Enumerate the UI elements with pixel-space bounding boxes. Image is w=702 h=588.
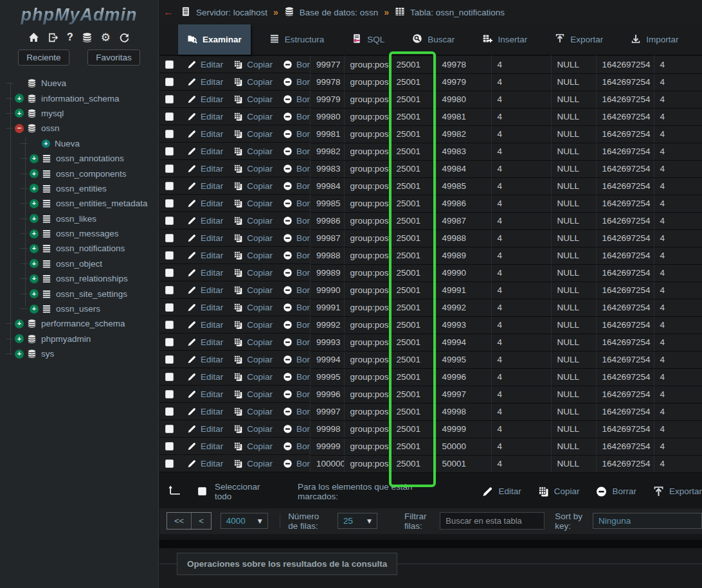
copiar-row-link[interactable]: Copiar (233, 147, 273, 156)
borrar-row-link[interactable]: Borrar (283, 216, 310, 226)
borrar-row-link[interactable]: Borrar (283, 60, 310, 69)
row-checkbox[interactable] (165, 95, 174, 103)
copiar-row-link[interactable]: Copiar (233, 129, 273, 139)
expand-icon[interactable]: + (15, 350, 24, 359)
help-icon[interactable]: ? (67, 31, 73, 43)
expand-icon[interactable]: + (30, 289, 39, 298)
sidebar-item-nueva[interactable]: +Nueva (0, 136, 158, 151)
row-checkbox[interactable] (165, 147, 174, 156)
filter-rows-input[interactable] (440, 512, 544, 530)
copiar-row-link[interactable]: Copiar (233, 285, 273, 295)
row-checkbox[interactable] (165, 338, 174, 346)
borrar-row-link[interactable]: Borrar (283, 389, 310, 399)
tab-privilegios[interactable]: Privilegios (697, 24, 702, 55)
tab-importar[interactable]: Importar (622, 24, 687, 55)
copiar-row-link[interactable]: Copiar (233, 424, 273, 434)
prev-page-button[interactable]: < (191, 513, 211, 529)
editar-row-link[interactable]: Editar (187, 251, 223, 260)
row-checkbox[interactable] (165, 217, 174, 225)
copiar-row-link[interactable]: Copiar (233, 199, 273, 208)
sidebar-item-ossn_notifications[interactable]: +ossn_notifications (0, 241, 158, 256)
editar-row-link[interactable]: Editar (187, 459, 223, 468)
editar-row-link[interactable]: Editar (187, 60, 223, 69)
borrar-row-link[interactable]: Borrar (283, 147, 310, 156)
tab-exportar[interactable]: Exportar (546, 24, 612, 55)
borrar-row-link[interactable]: Borrar (283, 372, 310, 382)
sidebar-item-ossn_site_settings[interactable]: +ossn_site_settings (0, 286, 158, 301)
row-checkbox[interactable] (165, 303, 174, 312)
row-checkbox[interactable] (165, 112, 174, 121)
editar-row-link[interactable]: Editar (187, 129, 223, 139)
sidebar-item-ossn_likes[interactable]: +ossn_likes (0, 211, 158, 226)
expand-icon[interactable]: + (30, 169, 39, 178)
tab-estructura[interactable]: Estructura (260, 24, 334, 55)
editar-row-link[interactable]: Editar (187, 147, 223, 156)
databases-icon[interactable] (82, 32, 93, 43)
expand-icon[interactable]: + (30, 229, 39, 238)
editar-row-link[interactable]: Editar (187, 112, 223, 121)
sidebar-item-information_schema[interactable]: +information_schema (0, 91, 158, 105)
sort-by-key-select[interactable]: Ninguna (593, 513, 702, 529)
copiar-row-link[interactable]: Copiar (233, 112, 273, 121)
check-all-icon[interactable] (168, 485, 181, 498)
editar-row-link[interactable]: Editar (481, 486, 521, 497)
sidebar-item-mysql[interactable]: +mysql (0, 106, 158, 121)
copiar-row-link[interactable]: Copiar (537, 486, 580, 497)
borrar-row-link[interactable]: Borrar (283, 355, 310, 364)
settings-icon[interactable]: ⚙ (101, 32, 111, 43)
breadcrumb-item[interactable]: Base de datos: ossn (284, 6, 378, 19)
copiar-row-link[interactable]: Copiar (233, 77, 273, 87)
expand-icon[interactable]: + (30, 259, 39, 268)
expand-icon[interactable]: + (15, 334, 24, 343)
breadcrumb-item[interactable]: Servidor: localhost (181, 6, 267, 19)
sidebar-item-ossn_object[interactable]: +ossn_object (0, 256, 158, 271)
copiar-row-link[interactable]: Copiar (233, 441, 273, 451)
editar-row-link[interactable]: Editar (187, 181, 223, 191)
breadcrumb-item[interactable]: Tabla: ossn_notifications (395, 6, 505, 19)
editar-row-link[interactable]: Editar (187, 355, 223, 364)
sidebar-item-ossn_relationships[interactable]: +ossn_relationships (0, 271, 158, 286)
editar-row-link[interactable]: Editar (187, 199, 223, 208)
borrar-row-link[interactable]: Borrar (283, 94, 310, 104)
expand-icon[interactable]: + (30, 305, 39, 314)
editar-row-link[interactable]: Editar (187, 407, 223, 416)
row-checkbox[interactable] (165, 459, 174, 468)
copiar-row-link[interactable]: Copiar (233, 459, 273, 468)
expand-icon[interactable]: + (15, 319, 24, 328)
expand-icon[interactable]: + (30, 244, 39, 253)
sidebar-item-phpmyadmin[interactable]: +phpmyadmin (0, 332, 158, 346)
borrar-row-link[interactable]: Borrar (283, 407, 310, 416)
row-checkbox[interactable] (165, 182, 174, 190)
row-checkbox[interactable] (165, 130, 174, 138)
back-arrow[interactable]: ← (163, 6, 174, 18)
expand-icon[interactable]: + (30, 199, 39, 208)
copiar-row-link[interactable]: Copiar (233, 372, 273, 382)
borrar-row-link[interactable]: Borrar (283, 459, 310, 468)
copiar-row-link[interactable]: Copiar (233, 251, 273, 260)
first-page-button[interactable]: << (167, 513, 191, 529)
row-checkbox[interactable] (165, 269, 174, 277)
sidebar-item-ossn_annotations[interactable]: +ossn_annotations (0, 151, 158, 166)
rows-count-select[interactable]: 25▼ (338, 513, 377, 529)
editar-row-link[interactable]: Editar (187, 320, 223, 330)
borrar-row-link[interactable]: Borrar (283, 112, 310, 121)
exportar-row-link[interactable]: Exportar (652, 486, 702, 497)
tab-buscar[interactable]: Buscar (403, 24, 464, 55)
collapse-icon[interactable]: − (15, 124, 24, 133)
editar-row-link[interactable]: Editar (187, 268, 223, 278)
copiar-row-link[interactable]: Copiar (233, 320, 273, 330)
copiar-row-link[interactable]: Copiar (233, 181, 273, 191)
row-checkbox[interactable] (165, 78, 174, 86)
tab-insertar[interactable]: Insertar (473, 24, 536, 55)
sidebar-item-ossn_users[interactable]: +ossn_users (0, 301, 158, 316)
row-checkbox[interactable] (165, 165, 174, 173)
sidebar-item-performance_schema[interactable]: +performance_schema (0, 316, 158, 331)
sidebar-item-ossn[interactable]: −ossn (0, 121, 158, 136)
copiar-row-link[interactable]: Copiar (233, 216, 273, 226)
editar-row-link[interactable]: Editar (187, 233, 223, 243)
row-checkbox[interactable] (165, 199, 174, 208)
select-all-checkbox[interactable] (198, 487, 206, 495)
row-checkbox[interactable] (165, 442, 174, 450)
borrar-row-link[interactable]: Borrar (283, 181, 310, 191)
borrar-row-link[interactable]: Borrar (283, 233, 310, 243)
